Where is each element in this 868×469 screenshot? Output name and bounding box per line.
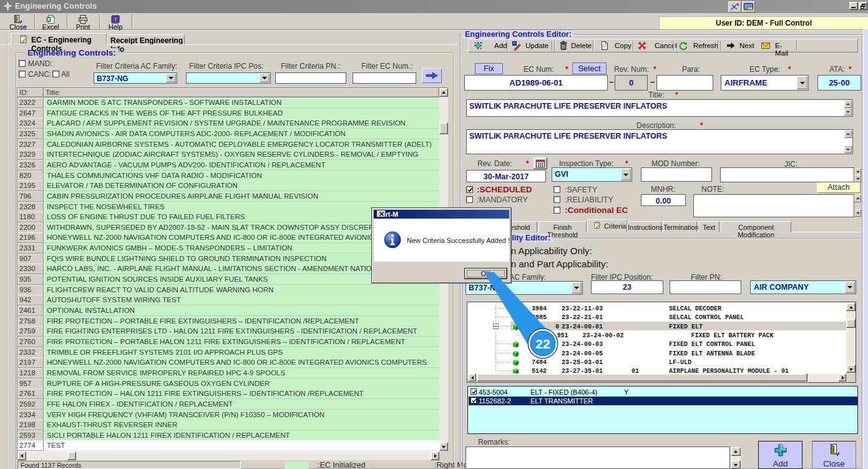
table-row[interactable]: 2332 TRIMBLE OR FREEFLIGHT SYSTEMS 2101 … bbox=[17, 347, 439, 358]
note-field[interactable] bbox=[693, 194, 854, 217]
apply-filter-button[interactable] bbox=[422, 68, 442, 83]
scroll-right-button[interactable] bbox=[431, 452, 439, 460]
ec-hscrollbar[interactable] bbox=[17, 452, 439, 460]
app-pn-field[interactable] bbox=[670, 280, 741, 294]
calendar-button[interactable] bbox=[534, 157, 547, 169]
scroll-left-button[interactable] bbox=[17, 452, 26, 460]
fix-button[interactable]: Fix bbox=[475, 63, 503, 74]
table-row[interactable]: 820 THALES COMMUNICATIONS VHF DATA RADIO… bbox=[17, 170, 439, 181]
jic-field[interactable] bbox=[720, 167, 854, 182]
scroll-down-button[interactable] bbox=[846, 365, 856, 373]
table-row[interactable]: 2325 SHADIN AVIONICS - AIR DATA COMPUTER… bbox=[17, 129, 439, 139]
tree-row[interactable]: 748423-25-03-01LF-ULD bbox=[468, 358, 846, 367]
dialog-close-button[interactable] bbox=[377, 210, 386, 217]
scroll-up-button[interactable] bbox=[731, 447, 741, 456]
tab-receipt-engineering-info[interactable]: Receipt Engineering Info bbox=[107, 34, 185, 45]
scroll-down-icon[interactable] bbox=[854, 209, 861, 217]
table-row[interactable]: 2461 OPTIONAL INSTALLATION bbox=[17, 305, 439, 316]
table-row[interactable]: 2774 TEST bbox=[17, 440, 439, 451]
tree-row[interactable]: 23-24-00-03FIXED ELT CONTROL PANEL bbox=[468, 340, 846, 349]
table-row[interactable]: 2761 FIRE PROTECTION – HALON 1211 FIRE E… bbox=[17, 388, 439, 399]
tab-ec-engineering-controls[interactable]: EC - Engineering Controls bbox=[11, 33, 107, 45]
part-checkbox[interactable] bbox=[471, 388, 477, 395]
mod-number-field[interactable] bbox=[641, 167, 712, 182]
hscroll-thumb[interactable] bbox=[67, 452, 76, 460]
help-button[interactable]: ?Help bbox=[99, 14, 132, 29]
table-row[interactable]: 936 FLIGHTCREW REACT TO VALID CABIN ALTI… bbox=[17, 285, 439, 295]
subtab-instructions[interactable]: Instructions bbox=[627, 221, 661, 232]
tree-collapse-icon[interactable] bbox=[493, 323, 499, 329]
tree-row[interactable]: 95123-24-00-02FIXED ELT BATTERY PACK bbox=[468, 332, 846, 340]
part-checkbox[interactable] bbox=[471, 397, 477, 403]
attach-button[interactable]: Attach bbox=[817, 182, 861, 193]
ata-field[interactable]: 25-00 bbox=[817, 75, 861, 91]
subtab-component-modification[interactable]: Component Modification bbox=[721, 221, 791, 232]
inspection-type-combo[interactable]: GVI bbox=[552, 167, 632, 182]
mnhr-field[interactable]: 0.00 bbox=[641, 194, 686, 206]
tree-row[interactable]: 023-24-00-01FIXED ELT bbox=[468, 323, 846, 332]
ec-type-combo[interactable]: AIRFRAME bbox=[721, 75, 809, 91]
filter-ipc-pos-combo[interactable] bbox=[186, 72, 271, 84]
table-row[interactable]: 2592 FFE HALON FIREX - IDENTIFICATION / … bbox=[17, 399, 439, 410]
subtab-termination[interactable]: Termination bbox=[663, 221, 697, 232]
mandatory-checkbox[interactable] bbox=[466, 196, 473, 203]
ok-button[interactable]: OK bbox=[464, 268, 507, 279]
rev-num-field[interactable]: 0 bbox=[615, 75, 648, 91]
ec-num-field[interactable]: AD1989-06-01 bbox=[464, 75, 608, 91]
scroll-down-icon[interactable] bbox=[844, 108, 852, 116]
select-button[interactable]: Select bbox=[572, 62, 607, 74]
scheduled-checkbox[interactable] bbox=[466, 186, 473, 193]
table-row[interactable]: 957 RUPTURE OF A HIGH-PRESSURE GASEOUS O… bbox=[17, 378, 439, 389]
table-row[interactable]: 2759 FIRE FIGHTING ENTERPRISES LTD - HAL… bbox=[17, 326, 439, 337]
chevron-down-icon[interactable] bbox=[621, 169, 631, 180]
tree-row[interactable]: 398423-22-11-03SELCAL DECODER bbox=[468, 305, 846, 313]
subtab-finish-threshold[interactable]: Finish Threshold bbox=[539, 221, 587, 232]
plane-tool-button[interactable] bbox=[728, 1, 741, 12]
scroll-down-icon[interactable] bbox=[844, 146, 852, 153]
restore-button[interactable] bbox=[859, 2, 867, 10]
close-button[interactable]: Close bbox=[2, 14, 34, 29]
table-row[interactable]: 2324 PLACARD / AFM SUPPLEMENT REVISION /… bbox=[17, 118, 439, 129]
chevron-down-icon[interactable] bbox=[166, 74, 176, 82]
description-field[interactable]: SWITLIK PARACHUTE LIFE PRESERVER INFLATO… bbox=[466, 129, 853, 154]
add-part-button[interactable]: Add bbox=[758, 441, 802, 469]
excel-button[interactable]: Excel bbox=[34, 14, 67, 29]
chevron-down-icon[interactable] bbox=[845, 282, 855, 293]
table-row[interactable]: 2647 FATIGUE CRACKS IN THE WEBS OF THE A… bbox=[17, 108, 439, 119]
rev-date-field[interactable]: 30-Mar-2017 bbox=[466, 170, 546, 182]
scroll-down-button[interactable] bbox=[439, 442, 448, 451]
app-company-combo[interactable]: AIR COMPANY bbox=[750, 280, 856, 294]
tree-vscrollbar[interactable] bbox=[846, 303, 856, 373]
canc-checkbox[interactable] bbox=[19, 71, 26, 77]
scroll-up-button[interactable] bbox=[846, 303, 856, 311]
table-row[interactable]: 1218 REMOVAL FROM SERVICE IMPROPERLY REP… bbox=[17, 368, 439, 378]
minimize-button[interactable] bbox=[849, 2, 858, 10]
subtab-text[interactable]: Text bbox=[698, 221, 719, 232]
table-row[interactable]: 2327 CALEDONIAN AIRBORNE SYSTEMS - AUTOM… bbox=[17, 139, 439, 150]
table-row[interactable]: 2329 INTERTECHNIQUE (ZODIAC AIRCRAFT SYS… bbox=[17, 149, 439, 160]
print-button[interactable]: Print bbox=[67, 14, 99, 29]
scroll-down-button[interactable] bbox=[731, 460, 741, 469]
scroll-up-icon[interactable] bbox=[854, 195, 861, 202]
subtab-criteria[interactable]: Criteria bbox=[587, 219, 627, 232]
filter-ac-family-combo[interactable]: B737-NG bbox=[94, 72, 177, 84]
close-editor-button[interactable]: Close bbox=[812, 441, 856, 469]
snapshot-tool-button[interactable] bbox=[742, 1, 755, 12]
part-row[interactable]: 1152682-2 ELT TRANSMITTER bbox=[469, 397, 857, 405]
table-row[interactable]: 2198 EXHAUST-THRUST REVERSER INNER bbox=[17, 420, 439, 430]
tree-vscroll-thumb[interactable] bbox=[846, 319, 856, 328]
scroll-left-button[interactable] bbox=[468, 373, 476, 382]
column-header-id[interactable]: ID: bbox=[17, 88, 44, 97]
remarks-field[interactable] bbox=[466, 447, 730, 469]
chevron-down-icon[interactable] bbox=[260, 74, 270, 82]
reliability-checkbox[interactable] bbox=[553, 196, 560, 203]
scroll-up-icon[interactable] bbox=[844, 131, 852, 138]
tree-hscroll-thumb[interactable] bbox=[477, 373, 807, 382]
filter-ec-num-input[interactable] bbox=[353, 72, 416, 84]
safety-checkbox[interactable] bbox=[553, 186, 560, 193]
tree-row[interactable]: 23-24-00-05FIXED ELT ANTENNA BLADE bbox=[468, 350, 846, 358]
table-row[interactable]: 2758 FIRE PROTECTION – PORTABLE FIRE EXT… bbox=[17, 316, 439, 327]
para-field[interactable] bbox=[656, 75, 713, 91]
mand-checkbox[interactable] bbox=[19, 60, 26, 67]
dialog-title-bar[interactable]: Part-M bbox=[374, 210, 509, 219]
